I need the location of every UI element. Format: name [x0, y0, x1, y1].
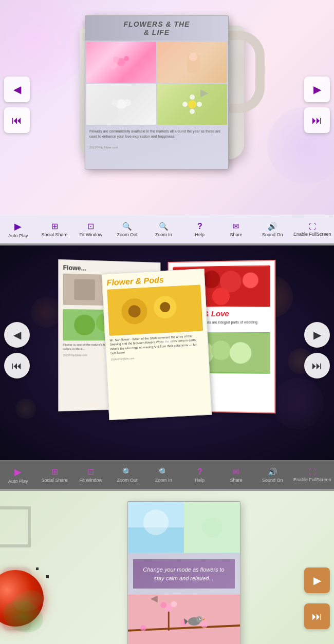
toolbar-sound-on-1[interactable]: 🔊 Sound On — [257, 222, 288, 237]
svg-point-53 — [140, 625, 146, 631]
share-label-2: Share — [230, 478, 243, 483]
s2-flipbook-container: Flowe... Flower is one of the nature's b… — [54, 261, 280, 420]
skip-next-button-2[interactable]: ⏭ — [304, 353, 330, 378]
skip-next-button-3[interactable]: ⏭ — [304, 603, 330, 629]
svg-point-9 — [124, 99, 131, 106]
toolbar-fit-window-2[interactable]: ⊡ Fit Window — [76, 467, 106, 483]
toolbar-social-share-2[interactable]: ⊞ Social Share — [39, 467, 70, 483]
toolbar-social-share-1[interactable]: ⊞ Social Share — [39, 221, 70, 237]
toolbar-help-2[interactable]: ? Help — [184, 467, 215, 483]
svg-point-59 — [199, 618, 200, 619]
next-icon-2: ▶ — [313, 329, 321, 341]
viewer-section-2: Flowe... Flower is one of the nature's b… — [0, 245, 334, 460]
viewer-section-3: Change your mode as flowers to stay calm… — [0, 491, 334, 644]
page-middle-img-sunflowers — [107, 285, 202, 335]
flipbook-img-pink-flowers — [86, 42, 156, 83]
next-button-2[interactable]: ▶ — [304, 322, 330, 348]
toolbar-help-1[interactable]: ? Help — [184, 222, 215, 237]
svg-point-21 — [74, 314, 95, 335]
page-turn-left-3: ◀ — [151, 593, 158, 604]
toolbar-fullscreen-1[interactable]: ⛶ Enable FullScreen — [293, 222, 331, 237]
toolbar-fullscreen-2[interactable]: ⛶ Enable FullScreen — [293, 468, 331, 482]
s3-img-sky — [128, 502, 240, 553]
toolbar-zoom-out-1[interactable]: 🔍 Zoom Out — [112, 222, 142, 237]
s3-flipbook-container: Change your mode as flowers to stay calm… — [122, 501, 246, 644]
book-page-middle: Flower & Pods Mr. Sun-flower - When of t… — [102, 269, 212, 420]
prev-button-1[interactable]: ◀ — [4, 77, 30, 102]
fullscreen-label-1: Enable FullScreen — [293, 232, 331, 237]
svg-point-39 — [230, 342, 251, 364]
svg-point-43 — [143, 509, 169, 535]
fit-window-label-1: Fit Window — [79, 232, 102, 237]
toolbar-zoom-out-2[interactable]: 🔍 Zoom Out — [112, 467, 142, 483]
auto-play-icon-2: ▶ — [14, 466, 22, 478]
skip-next-icon-3: ⏭ — [312, 611, 322, 622]
deco-circle-1 — [0, 506, 31, 547]
toolbar-auto-play-1[interactable]: ▶ Auto Play — [3, 221, 33, 238]
prev-icon-2: ◀ — [13, 329, 21, 341]
toolbar-fit-window-1[interactable]: ⊡ Fit Window — [76, 221, 106, 237]
auto-play-label-2: Auto Play — [8, 479, 28, 484]
toolbar-share-1[interactable]: ✉ Share — [221, 222, 252, 237]
page-turn-indicator: ▶ — [200, 86, 208, 99]
open-book: Flowe... Flower is one of the nature's b… — [54, 261, 280, 420]
skip-prev-button-2[interactable]: ⏮ — [4, 353, 30, 378]
s3-quote-section: Change your mode as flowers to stay calm… — [128, 553, 240, 595]
svg-point-52 — [200, 621, 208, 628]
fullscreen-label-2: Enable FullScreen — [293, 477, 331, 482]
svg-point-11 — [188, 100, 196, 108]
skip-next-button-1[interactable]: ⏭ — [304, 107, 330, 133]
page-middle-text: Mr. Sun-flower - When of the Shall comme… — [109, 333, 204, 355]
bokeh-4 — [15, 399, 36, 419]
viewer-section-1: FLOWERS & THE & LIFE — [0, 0, 334, 215]
svg-point-14 — [182, 102, 188, 107]
svg-point-4 — [124, 62, 131, 68]
zoom-in-icon-2: 🔍 — [159, 467, 169, 477]
svg-point-2 — [124, 56, 129, 61]
toolbar-auto-play-2[interactable]: ▶ Auto Play — [3, 466, 33, 484]
prev-button-2[interactable]: ◀ — [4, 322, 30, 348]
zoom-in-label-2: Zoom In — [155, 478, 172, 483]
svg-rect-17 — [74, 279, 95, 300]
zoom-out-icon-1: 🔍 — [122, 222, 132, 231]
zoom-out-label-2: Zoom Out — [117, 478, 137, 483]
zoom-out-icon-2: 🔍 — [122, 467, 132, 477]
skip-prev-icon-1: ⏮ — [12, 115, 22, 126]
toolbar-sound-on-2[interactable]: 🔊 Sound On — [257, 467, 288, 483]
next-icon-3: ▶ — [313, 574, 321, 586]
zoom-out-label-1: Zoom Out — [117, 232, 137, 237]
s3-quote-text: Change your mode as flowers to stay calm… — [133, 559, 235, 589]
red-ball-container — [0, 570, 44, 627]
help-label-2: Help — [195, 478, 205, 483]
svg-point-1 — [113, 56, 119, 63]
help-icon-1: ? — [197, 222, 202, 231]
svg-point-15 — [197, 102, 202, 107]
fullscreen-icon-1: ⛶ — [309, 222, 316, 231]
next-button-1[interactable]: ▶ — [304, 77, 330, 102]
help-icon-2: ? — [197, 467, 202, 477]
toolbar-zoom-in-1[interactable]: 🔍 Zoom In — [148, 222, 179, 237]
s1-flipbook-container: FLOWERS & THE & LIFE — [59, 10, 275, 185]
skip-next-icon-1: ⏭ — [312, 115, 322, 126]
flipbook-img-hand — [157, 42, 227, 83]
skip-prev-button-1[interactable]: ⏮ — [4, 107, 30, 133]
bokeh-5 — [272, 378, 324, 429]
share-label-1: Share — [230, 232, 243, 237]
toolbar-zoom-in-2[interactable]: 🔍 Zoom In — [148, 467, 179, 483]
social-share-icon-2: ⊞ — [51, 467, 58, 477]
svg-point-12 — [190, 94, 195, 100]
help-label-1: Help — [195, 232, 205, 237]
next-button-3[interactable]: ▶ — [304, 567, 330, 593]
share-icon-1: ✉ — [233, 222, 239, 231]
page-center-indicator: ◀▶ — [161, 336, 173, 346]
svg-point-38 — [211, 340, 231, 360]
flipbook-body-text: Flowers are commercially available in th… — [85, 126, 228, 142]
auto-play-label-1: Auto Play — [8, 233, 28, 238]
skip-next-icon-2: ⏭ — [312, 360, 322, 372]
svg-point-10 — [118, 108, 124, 114]
sound-icon-1: 🔊 — [268, 222, 277, 231]
toolbar-share-2[interactable]: ✉ Share — [221, 467, 252, 483]
flipbook-img-white-flowers — [86, 84, 156, 125]
fit-window-icon-2: ⊡ — [87, 467, 94, 477]
svg-point-13 — [190, 109, 195, 114]
